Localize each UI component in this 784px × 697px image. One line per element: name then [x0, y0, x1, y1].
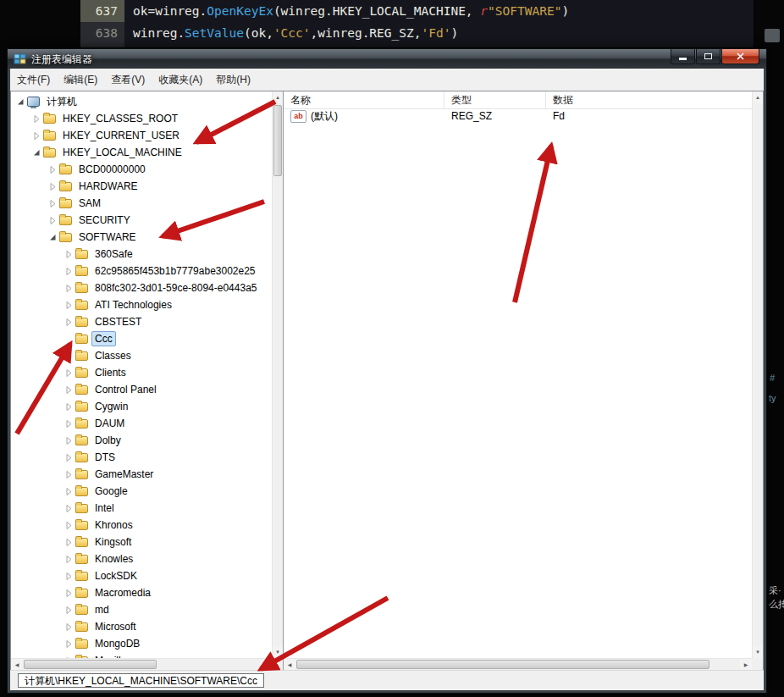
- tree-label[interactable]: HKEY_CLASSES_ROOT: [59, 111, 181, 126]
- tree-item[interactable]: DTS: [11, 449, 272, 466]
- tree-item[interactable]: Knowles: [11, 550, 272, 567]
- tree-label[interactable]: GameMaster: [91, 467, 157, 482]
- values-horizontal-scrollbar[interactable]: ◀ ▶: [284, 658, 752, 670]
- expander-collapsed-icon[interactable]: [63, 471, 75, 478]
- expander-collapsed-icon[interactable]: [63, 369, 75, 377]
- expander-collapsed-icon[interactable]: [63, 606, 75, 614]
- tree-vertical-scrollbar[interactable]: ▲ ▼: [272, 91, 283, 658]
- titlebar[interactable]: 注册表编辑器: [8, 49, 766, 69]
- tree-item[interactable]: Macromedia: [11, 584, 272, 601]
- tree-label[interactable]: Intel: [91, 501, 118, 516]
- expander-collapsed-icon[interactable]: [63, 623, 75, 631]
- tree-label[interactable]: Cygwin: [91, 399, 131, 414]
- tree-label[interactable]: 计算机: [43, 93, 80, 111]
- expander-collapsed-icon[interactable]: [30, 132, 42, 140]
- tree-label[interactable]: LockSDK: [91, 568, 141, 584]
- tree-label[interactable]: HARDWARE: [75, 179, 141, 194]
- expander-collapsed-icon[interactable]: [63, 589, 75, 597]
- tree-item[interactable]: Control Panel: [11, 381, 272, 398]
- scroll-left-icon[interactable]: ◀: [284, 659, 295, 670]
- tree-label[interactable]: Classes: [91, 348, 135, 363]
- editor-scrollbar-thumb[interactable]: [765, 29, 780, 42]
- tree-hscroll-track[interactable]: [23, 659, 260, 670]
- tree-label[interactable]: HKEY_LOCAL_MACHINE: [59, 145, 185, 160]
- scroll-right-icon[interactable]: ▶: [260, 659, 272, 670]
- maximize-button[interactable]: [696, 49, 721, 64]
- tree-item[interactable]: Clients: [11, 364, 272, 381]
- expander-collapsed-icon[interactable]: [63, 556, 75, 563]
- expander-collapsed-icon[interactable]: [63, 573, 75, 580]
- scroll-up-icon[interactable]: ▲: [273, 91, 283, 103]
- tree-label[interactable]: 62c95865f453b1b7779abe3002e25: [91, 263, 259, 279]
- tree-label[interactable]: HKEY_CURRENT_USER: [59, 128, 183, 143]
- expander-collapsed-icon[interactable]: [63, 505, 75, 512]
- scroll-down-icon[interactable]: ▼: [753, 646, 763, 658]
- tree-item[interactable]: LockSDK: [11, 567, 272, 584]
- tree-label[interactable]: Google: [91, 484, 131, 499]
- tree-item[interactable]: HKEY_CURRENT_USER: [11, 127, 272, 144]
- column-header[interactable]: 名称: [284, 91, 444, 108]
- tree-label[interactable]: Macromedia: [91, 585, 154, 600]
- menu-item[interactable]: 查看(V): [104, 69, 152, 91]
- tree-label[interactable]: Microsoft: [91, 619, 140, 634]
- menu-item[interactable]: 编辑(E): [57, 69, 104, 91]
- tree-item[interactable]: 360Safe: [11, 246, 272, 263]
- tree-item[interactable]: Cygwin: [11, 398, 272, 415]
- tree-item[interactable]: HKEY_LOCAL_MACHINE: [11, 144, 272, 161]
- expander-collapsed-icon[interactable]: [63, 539, 75, 546]
- values-hscroll-thumb[interactable]: [296, 660, 709, 669]
- tree-label[interactable]: SECURITY: [75, 213, 134, 228]
- expander-expanded-icon[interactable]: [14, 98, 26, 106]
- tree-hscroll-thumb[interactable]: [24, 660, 157, 669]
- values-hscroll-track[interactable]: [295, 659, 740, 670]
- tree-label[interactable]: CBSTEST: [91, 314, 145, 329]
- expander-collapsed-icon[interactable]: [63, 403, 75, 411]
- tree-label[interactable]: BCD00000000: [75, 162, 149, 177]
- column-header[interactable]: 类型: [444, 91, 546, 108]
- expander-collapsed-icon[interactable]: [63, 301, 75, 309]
- expander-collapsed-icon[interactable]: [63, 437, 75, 445]
- tree-horizontal-scrollbar[interactable]: ◀ ▶: [11, 658, 272, 670]
- expander-collapsed-icon[interactable]: [63, 640, 75, 648]
- tree-label[interactable]: DTS: [91, 450, 119, 465]
- expander-collapsed-icon[interactable]: [47, 200, 58, 207]
- tree-label[interactable]: ATI Technologies: [91, 297, 175, 313]
- expander-collapsed-icon[interactable]: [63, 268, 75, 275]
- expander-collapsed-icon[interactable]: [63, 454, 75, 462]
- tree-item[interactable]: 62c95865f453b1b7779abe3002e25: [11, 263, 272, 279]
- tree-label[interactable]: SAM: [75, 196, 104, 211]
- menu-item[interactable]: 文件(F): [10, 69, 57, 91]
- tree-item[interactable]: SECURITY: [11, 212, 272, 229]
- expander-collapsed-icon[interactable]: [47, 183, 58, 191]
- tree-item[interactable]: Kingsoft: [11, 534, 272, 550]
- expander-collapsed-icon[interactable]: [63, 251, 75, 258]
- scroll-left-icon[interactable]: ◀: [11, 659, 23, 670]
- tree-item[interactable]: md: [11, 601, 272, 618]
- tree-label[interactable]: Kingsoft: [91, 534, 135, 550]
- tree-item[interactable]: SOFTWARE: [11, 229, 272, 246]
- menu-item[interactable]: 帮助(H): [209, 69, 257, 91]
- tree-label[interactable]: 808fc302-3d01-59ce-8094-e0443a5: [91, 280, 261, 296]
- expander-collapsed-icon[interactable]: [63, 318, 75, 326]
- tree-label[interactable]: Khronos: [91, 517, 136, 533]
- tree-item[interactable]: DAUM: [11, 415, 272, 432]
- minimize-button[interactable]: [671, 49, 695, 64]
- tree-item[interactable]: Google: [11, 483, 272, 500]
- scroll-down-icon[interactable]: ▼: [273, 646, 283, 658]
- tree-item[interactable]: SAM: [11, 195, 272, 212]
- value-row[interactable]: ab(默认)REG_SZFd: [284, 108, 752, 124]
- expander-collapsed-icon[interactable]: [63, 488, 75, 495]
- tree-item[interactable]: BCD00000000: [11, 161, 272, 178]
- tree-label[interactable]: md: [91, 602, 113, 617]
- values-vertical-scrollbar[interactable]: ▲ ▼: [752, 91, 763, 658]
- expander-expanded-icon[interactable]: [47, 234, 58, 241]
- column-header[interactable]: 数据: [546, 91, 752, 108]
- tree-label[interactable]: DAUM: [91, 416, 128, 431]
- tree-item[interactable]: Mozilla: [11, 652, 272, 658]
- tree-item[interactable]: Dolby: [11, 432, 272, 449]
- tree-label[interactable]: Dolby: [91, 433, 124, 448]
- tree-label[interactable]: Clients: [91, 365, 130, 380]
- tree-item[interactable]: MongoDB: [11, 635, 272, 652]
- tree-item[interactable]: Microsoft: [11, 618, 272, 635]
- scroll-right-icon[interactable]: ▶: [740, 659, 752, 670]
